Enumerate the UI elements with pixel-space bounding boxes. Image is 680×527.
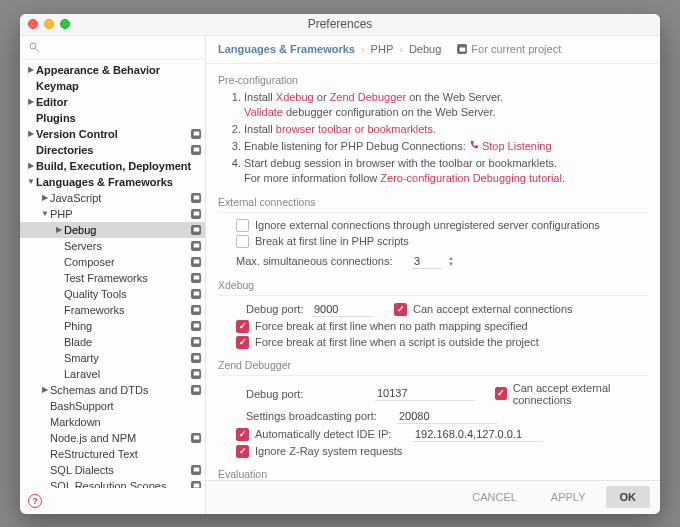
tree-item-restructured-text[interactable]: ReStructured Text [20, 446, 205, 462]
xdebug-port-input[interactable] [312, 302, 372, 317]
tree-item-label: Version Control [36, 128, 187, 140]
ok-button[interactable]: OK [606, 486, 651, 508]
preconfig-step-3: Enable listening for PHP Debug Connectio… [244, 139, 648, 154]
break-first-line-checkbox[interactable] [236, 235, 249, 248]
tree-item-quality-tools[interactable]: Quality Tools [20, 286, 205, 302]
tree-item-label: SQL Resolution Scopes [50, 480, 187, 488]
tree-item-bashsupport[interactable]: BashSupport [20, 398, 205, 414]
tutorial-link[interactable]: Zero-configuration Debugging tutorial [380, 172, 562, 184]
xdebug-force2-checkbox[interactable] [236, 336, 249, 349]
ignore-external-checkbox[interactable] [236, 219, 249, 232]
tree-item-laravel[interactable]: Laravel [20, 366, 205, 382]
zend-port-label: Debug port: [246, 388, 369, 400]
tree-item-editor[interactable]: ▶Editor [20, 94, 205, 110]
tree-item-smarty[interactable]: Smarty [20, 350, 205, 366]
svg-rect-7 [193, 243, 199, 247]
zend-detect-checkbox[interactable] [236, 428, 249, 441]
tree-item-directories[interactable]: Directories [20, 142, 205, 158]
zend-link[interactable]: Zend Debugger [330, 91, 406, 103]
tree-item-label: Plugins [36, 112, 201, 124]
twisty-icon: ▼ [26, 177, 36, 186]
tree-item-plugins[interactable]: Plugins [20, 110, 205, 126]
tree-item-test-frameworks[interactable]: Test Frameworks [20, 270, 205, 286]
breadcrumb-debug[interactable]: Debug [409, 43, 441, 55]
tree-item-node-js-and-npm[interactable]: Node.js and NPM [20, 430, 205, 446]
xdebug-force1-checkbox[interactable] [236, 320, 249, 333]
tree-item-label: SQL Dialects [50, 464, 187, 476]
project-badge-icon [191, 193, 201, 203]
close-window-button[interactable] [28, 19, 38, 29]
project-scope: For current project [457, 43, 561, 55]
tree-item-languages-frameworks[interactable]: ▼Languages & Frameworks [20, 174, 205, 190]
tree-item-markdown[interactable]: Markdown [20, 414, 205, 430]
divider [218, 295, 648, 296]
settings-tree: ▶Appearance & BehaviorKeymap▶EditorPlugi… [20, 60, 205, 488]
help-icon[interactable]: ? [28, 494, 42, 508]
tree-item-keymap[interactable]: Keymap [20, 78, 205, 94]
cancel-button[interactable]: CANCEL [458, 486, 531, 508]
svg-rect-20 [460, 47, 466, 51]
xdebug-force2-label: Force break at first line when a script … [255, 336, 539, 348]
ignore-external-label: Ignore external connections through unre… [255, 219, 600, 231]
bookmarklets-link[interactable]: browser toolbar or bookmarklets [276, 123, 433, 135]
tree-item-label: Blade [64, 336, 187, 348]
window-body: ▶Appearance & BehaviorKeymap▶EditorPlugi… [20, 36, 660, 514]
window-title: Preferences [20, 17, 660, 31]
twisty-icon: ▶ [26, 65, 36, 74]
zend-port-input[interactable] [375, 386, 475, 401]
zend-accept-checkbox[interactable] [495, 387, 506, 400]
chevron-right-icon: › [399, 43, 403, 55]
max-connections-stepper[interactable]: ▲▼ [448, 254, 460, 268]
tree-item-label: PHP [50, 208, 187, 220]
zend-bcast-row: Settings broadcasting port: [246, 409, 648, 424]
tree-item-schemas-and-dtds[interactable]: ▶Schemas and DTDs [20, 382, 205, 398]
tree-item-composer[interactable]: Composer [20, 254, 205, 270]
xdebug-port-row: Debug port: Can accept external connecti… [246, 302, 648, 317]
twisty-icon: ▶ [54, 225, 64, 234]
xdebug-accept-checkbox[interactable] [394, 303, 407, 316]
search-input[interactable] [44, 41, 197, 53]
tree-item-debug[interactable]: ▶Debug [20, 222, 205, 238]
breadcrumb-php[interactable]: PHP [371, 43, 394, 55]
section-preconfig-title: Pre-configuration [218, 74, 648, 86]
settings-content: Pre-configuration Install Xdebug or Zend… [206, 64, 660, 480]
xdebug-force2-row: Force break at first line when a script … [236, 336, 648, 349]
tree-item-php[interactable]: ▼PHP [20, 206, 205, 222]
tree-item-servers[interactable]: Servers [20, 238, 205, 254]
tree-item-frameworks[interactable]: Frameworks [20, 302, 205, 318]
search-bar[interactable] [20, 36, 205, 60]
svg-line-1 [36, 49, 39, 52]
max-connections-label: Max. simultaneous connections: [236, 255, 406, 267]
tree-item-appearance-behavior[interactable]: ▶Appearance & Behavior [20, 62, 205, 78]
tree-item-sql-resolution-scopes[interactable]: SQL Resolution Scopes [20, 478, 205, 488]
breadcrumb-root[interactable]: Languages & Frameworks [218, 43, 355, 55]
tree-item-version-control[interactable]: ▶Version Control [20, 126, 205, 142]
tree-item-build-execution-deployment[interactable]: ▶Build, Execution, Deployment [20, 158, 205, 174]
stop-listening-link[interactable]: Stop Listening [482, 140, 552, 152]
svg-rect-2 [193, 131, 199, 135]
tree-item-label: JavaScript [50, 192, 187, 204]
validate-link[interactable]: Validate [244, 106, 283, 118]
zoom-window-button[interactable] [60, 19, 70, 29]
minimize-window-button[interactable] [44, 19, 54, 29]
tree-item-phing[interactable]: Phing [20, 318, 205, 334]
zend-bcast-input[interactable] [397, 409, 497, 424]
svg-point-0 [30, 43, 36, 49]
tree-item-label: Languages & Frameworks [36, 176, 201, 188]
tree-item-sql-dialects[interactable]: SQL Dialects [20, 462, 205, 478]
zend-zray-checkbox[interactable] [236, 445, 249, 458]
help-area: ? [20, 488, 205, 514]
apply-button[interactable]: APPLY [537, 486, 600, 508]
twisty-icon: ▶ [40, 193, 50, 202]
tree-item-label: Markdown [50, 416, 201, 428]
svg-rect-4 [193, 195, 199, 199]
tree-item-javascript[interactable]: ▶JavaScript [20, 190, 205, 206]
max-connections-input[interactable] [412, 254, 442, 269]
xdebug-link[interactable]: Xdebug [276, 91, 314, 103]
svg-rect-18 [193, 467, 199, 471]
tree-item-blade[interactable]: Blade [20, 334, 205, 350]
project-badge-icon [191, 369, 201, 379]
zend-ip-input[interactable] [413, 427, 543, 442]
preconfig-step-2: Install browser toolbar or bookmarklets. [244, 122, 648, 137]
tree-item-label: Debug [64, 224, 187, 236]
